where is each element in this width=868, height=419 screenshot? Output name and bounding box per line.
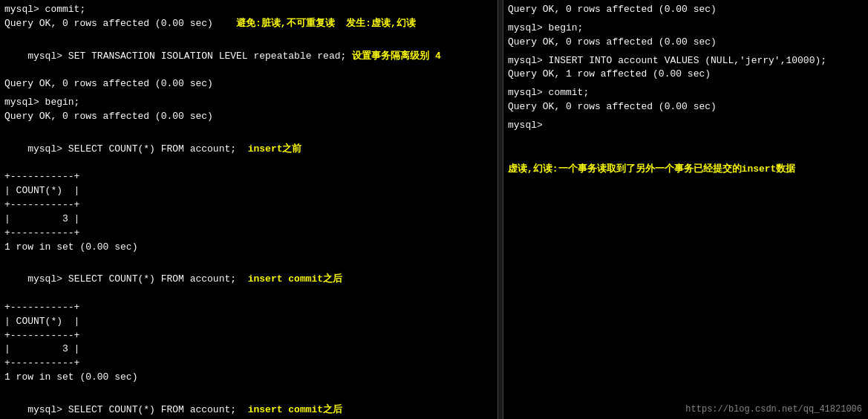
r-line-query-ok-1: Query OK, 0 rows affected (0.00 sec) [508,36,864,50]
left-panel: mysql> commit; Query OK, 0 rows affected… [0,0,497,419]
line-query-ok-2: Query OK, 0 rows affected (0.00 sec) [4,77,493,91]
table-border-2b: +-----------+ [4,329,493,343]
r-line-insert: mysql> INSERT INTO account VALUES (NULL,… [508,54,864,68]
rowset-1: 1 row in set (0.00 sec) [4,241,493,255]
table-border-1a: +-----------+ [4,170,493,184]
line-set-transaction: mysql> SET TRANSACTION ISOLATION LEVEL r… [4,36,493,78]
right-panel: Query OK, 0 rows affected (0.00 sec) mys… [503,0,868,419]
set-transaction-annotation: 设置事务隔离级别 4 [352,51,441,62]
table-val-2: | 3 | [4,342,493,357]
table-val-1: | 3 | [4,212,493,227]
table-header-2: | COUNT(*) | [4,315,493,329]
phantom-read-annotation: 虚读,幻读:一个事务读取到了另外一个事务已经提交的insert数据 [508,163,864,177]
r-line-begin: mysql> begin; [508,22,864,36]
r-line-query-ok-0: Query OK, 0 rows affected (0.00 sec) [508,3,864,17]
line-select-count-1: mysql> SELECT COUNT(*) FROM account; ins… [4,129,493,171]
line-query-ok-1: Query OK, 0 rows affected (0.00 sec) 避免:… [4,17,493,31]
after-insert-commit-label-2: insert commit之后 [248,404,342,415]
r-line-query-ok-3: Query OK, 0 rows affected (0.00 sec) [508,100,864,114]
table-header-1: | COUNT(*) | [4,184,493,198]
table-border-1c: +-----------+ [4,227,493,241]
line-query-ok-3: Query OK, 0 rows affected (0.00 sec) [4,110,493,124]
before-insert-label: insert之前 [248,143,302,155]
rowset-2: 1 row in set (0.00 sec) [4,371,493,385]
r-line-query-ok-2: Query OK, 1 row affected (0.00 sec) [508,68,864,82]
line-select-count-2: mysql> SELECT COUNT(*) FROM account; ins… [4,259,493,301]
panel-divider [497,0,503,419]
table-border-1b: +-----------+ [4,198,493,212]
line-commit: mysql> commit; [4,3,493,17]
r-line-prompt: mysql> [508,119,864,133]
table-border-2a: +-----------+ [4,301,493,315]
line-select-count-3: mysql> SELECT COUNT(*) FROM account; ins… [4,389,493,419]
url-label: https://blog.csdn.net/qq_41821006 [685,404,862,415]
r-line-commit: mysql> commit; [508,86,864,100]
header-annotation: 避免:脏读,不可重复读 发生:虚读,幻读 [236,18,416,29]
after-insert-commit-label-1: insert commit之后 [248,273,342,285]
line-begin: mysql> begin; [4,96,493,110]
table-border-2c: +-----------+ [4,357,493,371]
